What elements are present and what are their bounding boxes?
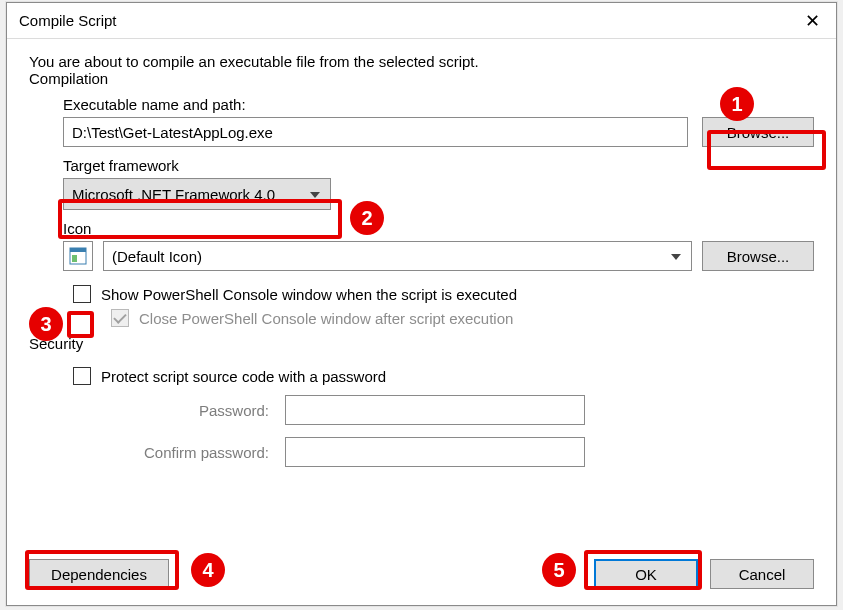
browse-icon-button[interactable]: Browse... (702, 241, 814, 271)
intro-text: You are about to compile an executable f… (29, 53, 814, 70)
close-console-label: Close PowerShell Console window after sc… (139, 310, 513, 327)
section-security: Security Protect script source code with… (29, 345, 814, 467)
cancel-button[interactable]: Cancel (710, 559, 814, 589)
window-title: Compile Script (19, 12, 117, 29)
framework-select[interactable]: Microsoft .NET Framework 4.0 (63, 178, 331, 210)
icon-preview (63, 241, 93, 271)
dialog-footer: Dependencies OK Cancel (29, 559, 814, 589)
show-console-label: Show PowerShell Console window when the … (101, 286, 517, 303)
password-label: Password: (115, 402, 285, 419)
ok-button[interactable]: OK (594, 559, 698, 589)
framework-label: Target framework (63, 157, 814, 174)
close-console-checkbox (111, 309, 129, 327)
dependencies-button[interactable]: Dependencies (29, 559, 169, 589)
svg-rect-2 (72, 255, 77, 262)
section-security-legend: Security (29, 335, 89, 352)
titlebar: Compile Script ✕ (7, 3, 836, 39)
password-input (285, 395, 585, 425)
framework-value: Microsoft .NET Framework 4.0 (72, 186, 275, 203)
show-console-checkbox[interactable] (73, 285, 91, 303)
svg-rect-1 (70, 248, 86, 252)
application-icon (69, 247, 87, 265)
executable-path-input[interactable] (63, 117, 688, 147)
executable-label: Executable name and path: (63, 96, 814, 113)
icon-select[interactable]: (Default Icon) (103, 241, 692, 271)
protect-label: Protect script source code with a passwo… (101, 368, 386, 385)
close-icon[interactable]: ✕ (788, 3, 836, 39)
confirm-password-input (285, 437, 585, 467)
section-compilation: Compilation Executable name and path: Br… (29, 80, 814, 327)
section-compilation-legend: Compilation (29, 70, 114, 87)
confirm-password-label: Confirm password: (115, 444, 285, 461)
content-area: You are about to compile an executable f… (7, 39, 836, 479)
dialog-compile-script: Compile Script ✕ You are about to compil… (6, 2, 837, 606)
icon-value: (Default Icon) (112, 248, 202, 265)
icon-label: Icon (63, 220, 814, 237)
protect-checkbox[interactable] (73, 367, 91, 385)
chevron-down-icon (310, 192, 320, 198)
chevron-down-icon (671, 254, 681, 260)
browse-executable-button[interactable]: Browse... (702, 117, 814, 147)
